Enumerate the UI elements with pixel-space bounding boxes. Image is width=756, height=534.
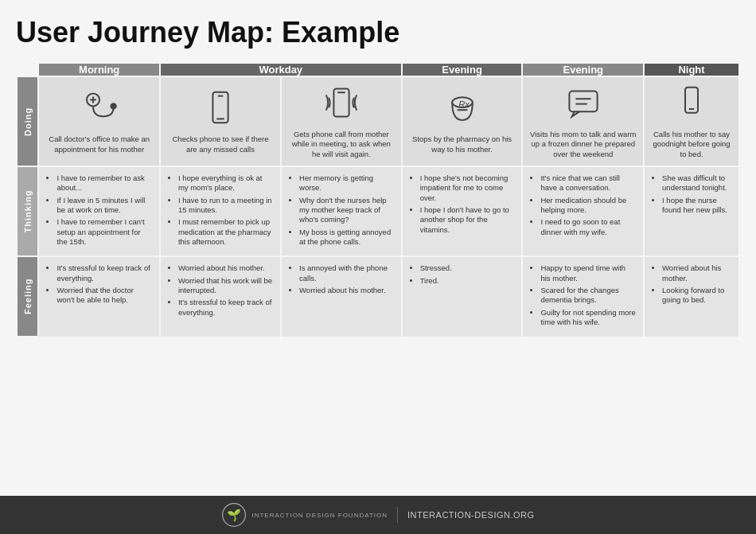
thinking-evening: It's nice that we can still have a conve…	[522, 166, 644, 256]
list-item: It's stressful to keep track of everythi…	[178, 298, 274, 318]
footer: 🌱 INTERACTION DESIGN FOUNDATION INTERACT…	[0, 496, 756, 534]
phone-ringing-icon	[322, 84, 360, 122]
phone-simple-icon	[672, 84, 711, 122]
thinking-row: Thinking I have to remember to ask about…	[17, 166, 739, 256]
feeling-label: Feeling	[17, 256, 38, 337]
feeling-workday2-list: Is annoyed with the phone calls. Worried…	[288, 263, 395, 295]
thinking-night: She was difficult to understand tonight.…	[644, 166, 739, 256]
thinking-pharmacy-list: I hope she's not becoming impatient for …	[409, 173, 516, 235]
list-item: I have to remember I can't setup an appo…	[57, 217, 152, 247]
list-item: Is annoyed with the phone calls.	[299, 263, 395, 283]
list-item: I hope I don't have to go to another sho…	[420, 205, 516, 235]
doing-pharmacy: Rx Stops by the pharmacy on his way to h…	[402, 76, 523, 166]
thinking-morning-list: I have to remember to ask about... If I …	[45, 173, 152, 247]
foundation-logo-icon: 🌱	[221, 502, 247, 528]
main-container: User Journey Map: Example Morning Workda…	[0, 0, 756, 496]
svg-rect-12	[569, 92, 597, 112]
foundation-label: INTERACTION DESIGN FOUNDATION	[251, 512, 388, 519]
list-item: She was difficult to understand tonight.	[662, 173, 732, 193]
feeling-morning-list: It's stressful to keep track of everythi…	[45, 263, 152, 305]
list-item: It's nice that we can still have a conve…	[540, 173, 637, 193]
doing-workday2-description: Gets phone call from mother while in mee…	[288, 130, 395, 159]
list-item: Stressed.	[420, 263, 516, 273]
list-item: Worried that his work will be interrupte…	[178, 276, 274, 296]
doing-label: Doing	[17, 76, 38, 166]
feeling-pharmacy-list: Stressed. Tired.	[409, 263, 516, 286]
doing-evening-icon-area: Visits his mom to talk and warm up a fro…	[529, 84, 637, 159]
thinking-pharmacy: I hope she's not becoming impatient for …	[402, 166, 523, 256]
feeling-workday2: Is annoyed with the phone calls. Worried…	[281, 256, 402, 337]
list-item: My boss is getting annoyed at the phone …	[299, 228, 395, 248]
doing-workday2: Gets phone call from mother while in mee…	[281, 76, 402, 166]
list-item: I hope she's not becoming impatient for …	[420, 173, 516, 203]
feeling-evening-list: Happy to spend time with his mother. Sca…	[529, 263, 637, 327]
list-item: Scared for the changes dementia brings.	[540, 286, 637, 306]
doing-row: Doing Call doctor's office to make an ap…	[17, 76, 739, 166]
footer-url: INTERACTION-DESIGN.ORG	[407, 510, 535, 520]
doing-morning-description: Call doctor's office to make an appointm…	[45, 134, 152, 154]
phase-morning: Morning	[38, 63, 159, 76]
feeling-pharmacy: Stressed. Tired.	[402, 256, 523, 337]
footer-logo: 🌱 INTERACTION DESIGN FOUNDATION	[221, 502, 388, 528]
phase-evening-shop: Evening	[402, 63, 523, 76]
doing-evening-description: Visits his mom to talk and warm up a fro…	[529, 130, 637, 159]
phase-night: Night	[644, 63, 739, 76]
phase-workday: Workday	[160, 63, 402, 76]
pharmacy-icon: Rx	[443, 88, 481, 127]
thinking-night-list: She was difficult to understand tonight.…	[651, 173, 732, 215]
feeling-workday1-list: Worried about his mother. Worried that h…	[167, 263, 274, 318]
doing-pharmacy-description: Stops by the pharmacy on his way to his …	[409, 134, 516, 154]
list-item: I hope everything is ok at my mom's plac…	[178, 173, 274, 193]
doing-evening: Visits his mom to talk and warm up a fro…	[522, 76, 644, 166]
svg-text:Rx: Rx	[458, 99, 470, 109]
doing-workday1: Checks phone to see if there are any mis…	[160, 76, 281, 166]
thinking-workday2-list: Her memory is getting worse. Why don't t…	[288, 173, 395, 247]
list-item: Looking forward to going to bed.	[662, 286, 732, 306]
list-item: Worried about his mother.	[178, 263, 274, 273]
phase-evening: Evening	[522, 63, 644, 76]
thinking-workday1: I hope everything is ok at my mom's plac…	[160, 166, 281, 256]
svg-text:🌱: 🌱	[227, 508, 241, 522]
doing-night-description: Calls his mother to say goodnight before…	[651, 130, 732, 159]
list-item: Worried about his mother.	[299, 286, 395, 295]
page-title: User Journey Map: Example	[16, 16, 740, 49]
chat-icon	[564, 84, 602, 122]
thinking-workday1-list: I hope everything is ok at my mom's plac…	[167, 173, 274, 247]
list-item: If I leave in 5 minutes I will be at wor…	[57, 196, 152, 216]
doing-workday1-description: Checks phone to see if there are any mis…	[167, 134, 274, 154]
doing-workday2-icon-area: Gets phone call from mother while in mee…	[288, 84, 395, 159]
list-item: Her medication should be helping more.	[540, 196, 637, 216]
list-item: Tired.	[420, 276, 516, 286]
footer-divider	[397, 507, 398, 523]
feeling-evening: Happy to spend time with his mother. Sca…	[522, 256, 644, 337]
list-item: Guilty for not spending more time with h…	[540, 308, 637, 328]
list-item: I hope the nurse found her new pills.	[662, 196, 732, 216]
doing-pharmacy-icon-area: Rx Stops by the pharmacy on his way to h…	[409, 88, 516, 154]
doing-workday1-icon-area: Checks phone to see if there are any mis…	[167, 88, 274, 154]
list-item: Her memory is getting worse.	[299, 173, 395, 193]
list-item: I must remember to pick up medication at…	[178, 217, 274, 247]
feeling-night: Worried about his mother. Looking forwar…	[644, 256, 739, 337]
journey-map-table: Morning Workday Evening Evening Night Do…	[16, 62, 740, 338]
thinking-evening-list: It's nice that we can still have a conve…	[529, 173, 637, 237]
stethoscope-icon	[80, 88, 119, 127]
svg-point-1	[111, 103, 115, 108]
phone-icon	[201, 88, 240, 127]
list-item: Worried about his mother.	[662, 263, 732, 283]
list-item: I have to run to a meeting in 15 minutes…	[178, 196, 274, 216]
feeling-workday1: Worried about his mother. Worried that h…	[160, 256, 281, 337]
doing-night: Calls his mother to say goodnight before…	[644, 76, 739, 166]
list-item: I need to go soon to eat dinner with my …	[540, 217, 637, 237]
thinking-morning: I have to remember to ask about... If I …	[38, 166, 159, 256]
feeling-morning: It's stressful to keep track of everythi…	[38, 256, 159, 337]
doing-morning-icon-area: Call doctor's office to make an appointm…	[45, 88, 152, 154]
list-item: Worried that the doctor won't be able to…	[57, 286, 152, 306]
doing-morning: Call doctor's office to make an appointm…	[38, 76, 159, 166]
feeling-row: Feeling It's stressful to keep track of …	[17, 256, 739, 337]
corner-cell	[17, 63, 38, 76]
thinking-workday2: Her memory is getting worse. Why don't t…	[281, 166, 402, 256]
list-item: I have to remember to ask about...	[57, 173, 152, 193]
doing-night-icon-area: Calls his mother to say goodnight before…	[651, 84, 732, 159]
thinking-label: Thinking	[17, 166, 38, 256]
list-item: Why don't the nurses help my mother keep…	[299, 196, 395, 225]
